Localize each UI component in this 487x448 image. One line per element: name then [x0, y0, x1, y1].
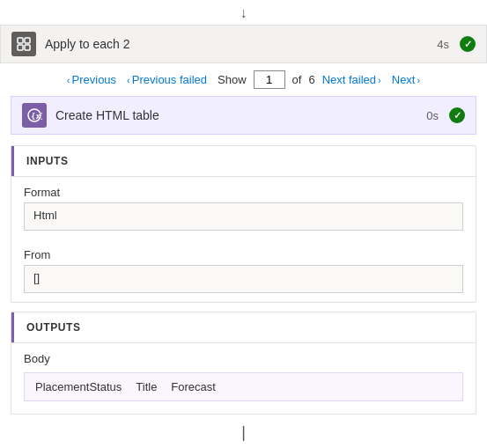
create-html-title: Create HTML table	[55, 108, 426, 122]
create-html-duration: 0s	[426, 109, 439, 122]
apply-each-success-icon	[460, 36, 476, 52]
show-label: Show	[218, 73, 247, 86]
apply-each-title: Apply to each 2	[45, 37, 437, 51]
total-pages: 6	[308, 73, 314, 86]
prev-chevron-icon: ‹	[67, 75, 70, 85]
svg-rect-1	[25, 38, 30, 43]
prev-failed-chevron-icon: ‹	[127, 75, 130, 85]
create-html-icon: {x}	[22, 103, 47, 128]
page-number-input[interactable]: 1	[254, 70, 285, 89]
body-label: Body	[11, 343, 476, 369]
of-label: of	[292, 73, 302, 86]
svg-rect-2	[18, 45, 23, 50]
nav-bar: ‹ Previous ‹ Previous failed Show 1 of 6…	[0, 63, 487, 96]
apply-each-bar: Apply to each 2 4s	[0, 25, 487, 63]
output-table-preview: PlacementStatus Title Forecast	[24, 372, 463, 401]
previous-failed-button[interactable]: ‹ Previous failed	[123, 71, 210, 88]
create-html-bar: {x} Create HTML table 0s	[11, 96, 476, 135]
col-title: Title	[136, 380, 157, 393]
outputs-header: OUTPUTS	[11, 312, 476, 342]
previous-label: Previous	[72, 73, 117, 86]
svg-text:{x}: {x}	[31, 112, 42, 121]
inputs-container: INPUTS Format Html From []	[11, 145, 476, 303]
from-value: []	[24, 265, 463, 293]
from-field-group: From []	[11, 239, 476, 302]
from-label: From	[24, 248, 463, 261]
next-label: Next	[392, 73, 416, 86]
col-forecast: Forecast	[171, 380, 216, 393]
svg-rect-0	[18, 38, 23, 43]
loop-icon	[11, 32, 36, 56]
previous-failed-label: Previous failed	[132, 73, 207, 86]
svg-rect-3	[25, 45, 30, 50]
format-field-group: Format Html	[11, 177, 476, 239]
bottom-pipe: |	[0, 415, 487, 447]
previous-button[interactable]: ‹ Previous	[63, 71, 120, 88]
format-label: Format	[24, 186, 463, 199]
next-button[interactable]: Next ›	[388, 71, 424, 88]
next-failed-chevron-icon: ›	[378, 75, 381, 85]
format-value: Html	[24, 202, 463, 231]
create-html-success-icon	[449, 107, 465, 123]
top-arrow-icon: ↓	[0, 0, 487, 25]
next-failed-button[interactable]: Next failed ›	[319, 71, 385, 88]
inputs-header: INPUTS	[11, 146, 476, 176]
next-chevron-icon: ›	[417, 75, 420, 85]
apply-each-duration: 4s	[437, 38, 449, 51]
col-placement-status: PlacementStatus	[35, 380, 122, 393]
outputs-container: OUTPUTS Body PlacementStatus Title Forec…	[11, 312, 476, 415]
next-failed-label: Next failed	[322, 73, 376, 86]
